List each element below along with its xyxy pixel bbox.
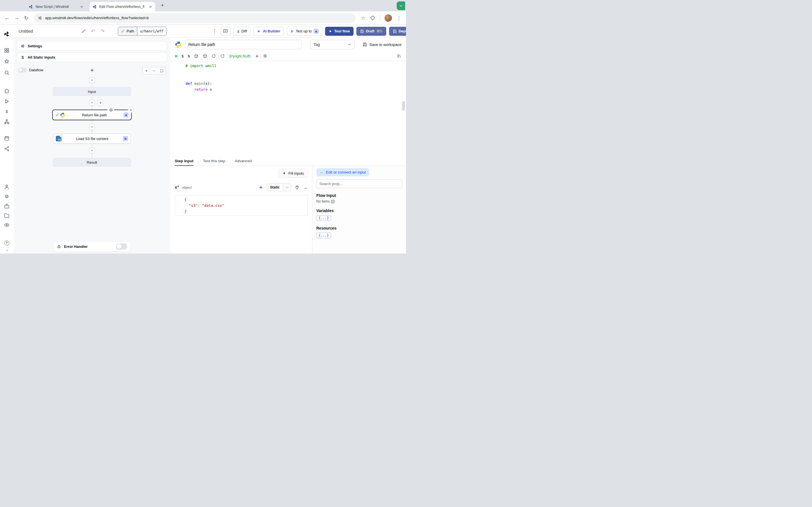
diff-button[interactable]: ± Diff (234, 27, 251, 36)
library-icon[interactable] (397, 54, 402, 58)
tag-select[interactable]: Tag (310, 40, 354, 49)
help-icon[interactable]: ? (4, 240, 10, 245)
save-to-workspace-button[interactable]: Save to workspace (363, 42, 402, 47)
path-value[interactable]: u/henri/eff (137, 27, 166, 36)
sidebar-favorites-icon[interactable] (4, 59, 10, 64)
expression-mode-button[interactable] (283, 184, 291, 191)
sidebar-workers-icon[interactable] (4, 146, 10, 152)
test-up-to-button[interactable]: Test up to a (287, 27, 322, 36)
extensions-icon[interactable] (370, 15, 375, 20)
zoom-in-button[interactable]: + (143, 67, 150, 74)
sidebar-resources-icon[interactable] (4, 119, 10, 124)
sidebar-workspace-icon[interactable] (4, 203, 10, 209)
undo-button[interactable]: ↶ (90, 29, 96, 34)
package-icon[interactable] (194, 54, 199, 58)
sidebar-users-icon[interactable] (4, 184, 10, 189)
address-bar[interactable]: app.windmill.dev/flows/edit/u/henri/effo… (34, 13, 356, 23)
flow-title-wrap[interactable]: Untitled (18, 29, 86, 34)
delete-step-button[interactable]: × (128, 107, 134, 113)
new-tab-button[interactable]: + (159, 3, 166, 8)
package-icon[interactable] (203, 54, 207, 58)
tab-search-button[interactable] (397, 1, 405, 10)
sidebar-search-icon[interactable] (4, 70, 10, 75)
move-step-handle[interactable] (107, 107, 114, 113)
profile-avatar[interactable] (385, 14, 392, 22)
fit-view-button[interactable] (158, 67, 165, 74)
connect-arrow-icon[interactable]: → (303, 185, 308, 190)
editor-scrollbar[interactable] (402, 101, 405, 111)
sidebar-variables-icon[interactable]: $ (4, 109, 10, 114)
step-name-input[interactable] (185, 40, 302, 49)
more-options-icon[interactable]: ⋮ (211, 28, 218, 34)
error-handler-row[interactable]: Error Handler (53, 241, 131, 252)
browser-tab-edit-flow[interactable]: Edit Flow u/henri/effortless_fl × (90, 2, 155, 11)
flow-node-input[interactable]: Input (53, 87, 131, 96)
reload-icon[interactable] (211, 54, 216, 58)
ai-assist-icon[interactable] (255, 54, 259, 58)
windmill-logo-icon[interactable] (4, 31, 10, 37)
insert-step-button[interactable]: + (89, 124, 95, 130)
tab-step-input[interactable]: Step Input (175, 156, 193, 166)
lint-status[interactable]: (Pyright Ruff) (229, 54, 250, 58)
browser-menu-icon[interactable]: ⋮ (395, 15, 403, 21)
sidebar-audit-icon[interactable] (4, 222, 10, 228)
flow-node-step-b[interactable]: TS Load S3 file content b (53, 133, 131, 144)
insert-step-button[interactable]: + (89, 77, 95, 83)
resources-picker-icon[interactable]: $ (188, 54, 190, 58)
sidebar-home-icon[interactable] (4, 88, 10, 94)
trigger-button[interactable] (98, 100, 103, 106)
test-flow-button[interactable]: Test flow (325, 27, 353, 36)
bookmark-star-icon[interactable]: ☆ (359, 15, 367, 21)
edit-or-connect-button[interactable]: ← Edit or connect an input (316, 168, 369, 176)
code-editor[interactable]: # import wmill def main(x): return x (170, 61, 406, 156)
forward-icon[interactable]: → (12, 15, 21, 21)
ai-flow-button[interactable] (88, 66, 96, 74)
flow-node-step-a[interactable]: Return file path a × (52, 110, 132, 120)
deploy-button[interactable]: Deploy (389, 27, 406, 36)
browser-tab-new-script[interactable]: New Script | Windmill × (26, 2, 86, 11)
static-mode-button[interactable]: Static (267, 184, 283, 191)
reload-icon[interactable]: ↻ (22, 15, 31, 21)
input-mode-toggle: Static (267, 183, 291, 191)
step-badge: a (313, 29, 319, 34)
fill-inputs-button[interactable]: Fill inputs (278, 169, 308, 178)
flow-settings-button[interactable]: Settings (17, 41, 167, 51)
sidebar-settings-icon[interactable]: ⚙ (4, 193, 10, 199)
back-icon[interactable]: ← (3, 15, 11, 21)
draft-button[interactable]: Draft ⌘S (356, 27, 386, 36)
insert-step-button[interactable]: + (89, 147, 95, 153)
all-static-inputs-button[interactable]: $ All Static Inputs (17, 52, 167, 62)
dataflow-toggle[interactable] (18, 68, 27, 72)
editor-settings-icon[interactable]: ⚙ (263, 54, 267, 59)
zoom-out-button[interactable]: − (150, 67, 158, 74)
sidebar-runs-icon[interactable] (4, 99, 10, 104)
site-info-icon[interactable] (38, 16, 42, 20)
edit-title-icon[interactable] (82, 29, 86, 33)
reload-icon[interactable] (220, 54, 225, 58)
error-handler-toggle[interactable] (116, 243, 127, 249)
ai-builder-button[interactable]: AI Builder (253, 27, 284, 36)
redo-button[interactable]: ↷ (100, 29, 105, 34)
insert-step-button[interactable]: + (89, 100, 95, 106)
search-prop-input[interactable] (316, 179, 402, 188)
ai-fill-icon[interactable] (259, 185, 263, 190)
sidebar-folders-icon[interactable] (4, 213, 10, 218)
sidebar-apps-icon[interactable] (4, 48, 10, 53)
edit-step-icon[interactable] (55, 113, 59, 117)
python-icon (60, 112, 65, 118)
plug-icon[interactable] (295, 185, 299, 190)
collapse-sidebar-icon[interactable]: → (4, 247, 10, 252)
tab-close-icon[interactable]: × (80, 4, 84, 9)
tab-close-icon[interactable]: × (149, 4, 152, 9)
docs-button[interactable] (220, 27, 231, 36)
flow-node-result[interactable]: Result (53, 158, 131, 166)
arg-json-editor[interactable]: { "s3": "data.csv"} (175, 195, 308, 216)
path-control[interactable]: Path u/henri/eff (118, 27, 167, 36)
sidebar-schedules-icon[interactable] (4, 135, 10, 141)
flow-title[interactable]: Untitled (18, 29, 33, 34)
tab-test-this-step[interactable]: Test this step (203, 156, 225, 166)
variables-picker-icon[interactable]: $ (182, 54, 184, 58)
tab-advanced[interactable]: Advanced (235, 156, 252, 166)
variables-object-chip[interactable]: {...} (316, 215, 331, 221)
resources-object-chip[interactable]: {...} (316, 233, 331, 238)
